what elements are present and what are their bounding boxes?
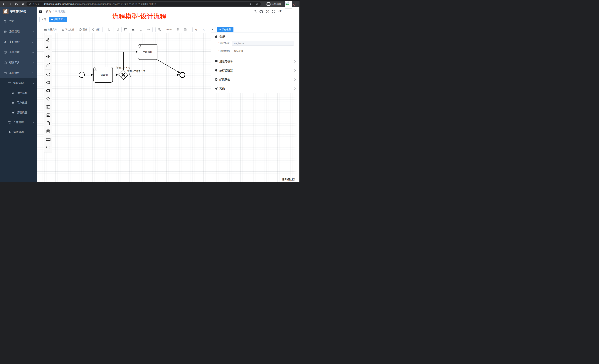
zoom-out-button[interactable] <box>155 27 163 32</box>
chevron-right-icon <box>293 87 296 90</box>
sidebar-item-process-model[interactable]: 流程模型 <box>0 108 37 117</box>
save-model-button[interactable]: + 保存模型 <box>217 27 233 32</box>
end-event[interactable] <box>180 72 185 77</box>
task-second-approval[interactable]: 二级审批 <box>138 44 157 60</box>
tab-label: 首页 <box>41 18 46 21</box>
sidebar-item-devtools[interactable]: 研发工具 <box>0 58 37 68</box>
browser-reload-icon[interactable] <box>14 2 19 7</box>
sidebar-item-task-mgmt[interactable]: 任务管理 <box>0 117 37 127</box>
simulate-button[interactable]: 模拟 <box>89 27 103 32</box>
zoom-level: 100% <box>163 27 175 32</box>
align-bottom-button[interactable] <box>129 27 137 32</box>
sidebar-item-label: 首页 <box>9 20 14 23</box>
chevron-right-icon <box>293 60 296 63</box>
section-title: 扩展属性 <box>220 78 230 81</box>
sidebar-item-system[interactable]: 系统管理 <box>0 26 37 37</box>
sidebar-item-process-form[interactable]: 流程表单 <box>0 88 37 98</box>
bell-icon <box>215 69 218 72</box>
open-file-button[interactable]: 打开文件 <box>42 27 59 32</box>
field-process-name: *流程名称 <box>211 49 300 53</box>
button-label: 保存模型 <box>222 28 231 31</box>
tab-home[interactable]: 首页 <box>39 17 48 22</box>
undo-button[interactable]: ↺ <box>192 27 200 32</box>
url-bar[interactable]: 不安全 dashboard.yudao.iocoder.cn/bpm/manag… <box>26 2 261 7</box>
bookmark-star-icon[interactable] <box>255 3 259 6</box>
browser-menu-icon[interactable] <box>293 3 294 5</box>
section-message-signal[interactable]: 消息与信号 <box>211 57 300 66</box>
fit-viewport-button[interactable] <box>181 27 189 32</box>
sidebar-item-user-group[interactable]: 用户分组 <box>0 98 37 108</box>
password-key-icon[interactable] <box>250 2 253 6</box>
incognito-icon <box>266 2 271 6</box>
caret-down-icon[interactable] <box>293 6 295 7</box>
preview-button[interactable]: 预览 <box>77 27 90 32</box>
breadcrumb-home[interactable]: 首页 <box>46 10 51 13</box>
flow-icon <box>8 121 11 124</box>
chevron-down-icon <box>294 35 296 38</box>
header-search-button[interactable] <box>253 9 257 14</box>
sidebar-item-workflow[interactable]: 工作流程 <box>0 68 37 78</box>
chevron-right-icon <box>293 69 296 72</box>
sidebar-item-infra[interactable]: 基础设施 <box>0 47 37 58</box>
sidebar-item-label: 流程表单 <box>17 91 27 95</box>
flow-task2-to-end[interactable] <box>157 60 180 73</box>
align-left-button[interactable] <box>106 27 114 32</box>
comment-icon <box>215 60 218 63</box>
sidebar-item-label: 流程模型 <box>17 111 27 114</box>
sidebar-item-leave-query[interactable]: 请假查询 <box>0 127 37 137</box>
button-label: 模拟 <box>96 28 100 31</box>
app-logo-row[interactable]: 芋道管理系统 <box>0 7 37 16</box>
file-toolbar-group: 打开文件 下载文件 预览 模拟 <box>42 27 103 32</box>
process-name-input[interactable] <box>232 49 294 53</box>
button-label: 打开文件 <box>48 28 57 31</box>
redo-button[interactable]: ↻ <box>200 27 208 32</box>
window-edge <box>299 7 300 182</box>
url-path: /bpm/manager/model/design?modelId=e4a1a1… <box>73 3 156 5</box>
sidebar-item-home[interactable]: 首页 <box>0 16 37 26</box>
help-icon[interactable]: ? <box>265 9 270 14</box>
list-icon <box>8 82 11 85</box>
fullscreen-icon[interactable] <box>271 9 276 14</box>
sidebar-item-payment[interactable]: ¥ 支付管理 <box>0 37 37 47</box>
section-other[interactable]: 其他 <box>211 84 300 93</box>
section-extended-attributes[interactable]: 扩展属性 <box>211 75 300 84</box>
browser-home-icon[interactable] <box>20 2 25 7</box>
process-key-input[interactable] <box>232 41 294 46</box>
align-right-button[interactable] <box>114 27 122 32</box>
close-icon[interactable]: × <box>64 18 65 20</box>
sidebar-item-label: 基础设施 <box>9 51 20 54</box>
download-file-button[interactable]: 下载文件 <box>59 27 77 32</box>
sidebar-collapse-icon[interactable] <box>38 9 43 14</box>
start-event[interactable] <box>79 72 85 78</box>
insecure-warning-icon <box>29 3 32 5</box>
section-execution-listener[interactable]: 执行监听器 <box>211 66 300 75</box>
exclusive-gateway[interactable] <box>119 70 128 80</box>
section-title: 其他 <box>220 87 225 90</box>
align-center-vertical-button[interactable] <box>145 27 153 32</box>
briefcase-icon <box>4 71 7 75</box>
avatar[interactable] <box>285 1 292 9</box>
flow-label-le1[interactable]: 请假小于等于 1 天 <box>127 70 145 73</box>
url-host: dashboard.yudao.iocoder.cn <box>44 3 73 5</box>
task-first-approval[interactable]: 一级审批 <box>94 67 113 82</box>
section-title: 执行监听器 <box>220 69 233 72</box>
font-size-icon[interactable]: TT <box>278 9 282 14</box>
send-icon <box>11 111 14 114</box>
tab-design-process[interactable]: 设计流程 × <box>49 17 67 22</box>
section-general: 常规 *流程标识 *流程名称 <box>211 33 300 57</box>
browser-forward-icon[interactable] <box>8 2 13 7</box>
browser-back-icon[interactable] <box>1 2 6 7</box>
history-toolbar-group: ↺ ↻ ⟳ <box>192 27 216 32</box>
restart-button[interactable]: ⟳ <box>208 27 216 32</box>
sidebar: 芋道管理系统 首页 系统管理 ¥ 支付管理 基础设施 研发工具 <box>0 7 37 182</box>
align-top-button[interactable] <box>121 27 129 32</box>
field-process-key: *流程标识 <box>211 41 300 46</box>
section-general-header[interactable]: 常规 <box>211 33 300 41</box>
align-center-horizontal-button[interactable] <box>137 27 145 32</box>
dashboard-icon <box>4 20 7 23</box>
flow-label-gt3[interactable]: 请假大于 3 天 <box>116 66 130 69</box>
github-icon[interactable] <box>259 9 264 14</box>
sidebar-item-process-mgmt[interactable]: 流程管理 <box>0 78 37 88</box>
properties-panel: 常规 *流程标识 *流程名称 消息与信号 执行监听器 扩展属性 其他 <box>211 33 300 182</box>
zoom-in-button[interactable] <box>175 27 181 32</box>
